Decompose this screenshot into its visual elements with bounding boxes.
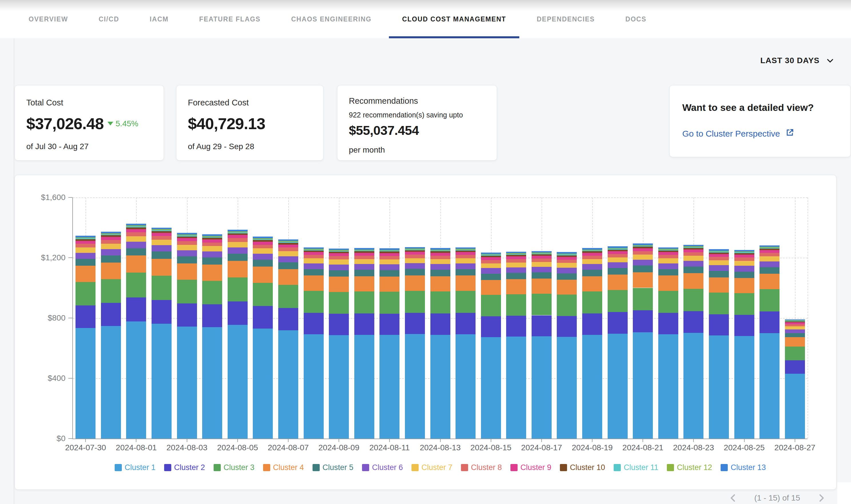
bar-segment-cluster-13[interactable] xyxy=(785,320,805,320)
bar-segment-cluster-3[interactable] xyxy=(608,290,628,312)
bar-segment-cluster-5[interactable] xyxy=(354,270,374,276)
bar-segment-cluster-8[interactable] xyxy=(608,254,628,257)
bar-segment-cluster-12[interactable] xyxy=(278,241,298,242)
bar-segment-cluster-3[interactable] xyxy=(177,280,197,303)
bar-segment-cluster-3[interactable] xyxy=(633,288,653,310)
bar-segment-cluster-11[interactable] xyxy=(734,252,754,253)
bar-segment-cluster-12[interactable] xyxy=(557,254,577,255)
bar-segment-cluster-6[interactable] xyxy=(532,267,552,273)
bar-segment-cluster-2[interactable] xyxy=(734,315,754,336)
legend-item-cluster-4[interactable]: Cluster 4 xyxy=(263,463,304,472)
bar-segment-cluster-6[interactable] xyxy=(430,264,450,270)
bar-segment-cluster-3[interactable] xyxy=(760,289,780,311)
bar-segment-cluster-3[interactable] xyxy=(734,293,754,315)
bar-segment-cluster-10[interactable] xyxy=(75,239,95,241)
bar-segment-cluster-5[interactable] xyxy=(278,262,298,269)
bar-segment-cluster-9[interactable] xyxy=(75,241,95,244)
bar-segment-cluster-2[interactable] xyxy=(380,314,399,335)
bar-segment-cluster-13[interactable] xyxy=(329,249,349,250)
bar-segment-cluster-2[interactable] xyxy=(101,303,121,326)
bar-segment-cluster-4[interactable] xyxy=(380,276,399,292)
bar-segment-cluster-3[interactable] xyxy=(354,291,374,313)
bar-segment-cluster-1[interactable] xyxy=(608,334,628,438)
bar-segment-cluster-9[interactable] xyxy=(532,256,552,258)
bar-segment-cluster-5[interactable] xyxy=(785,333,805,337)
bar-segment-cluster-7[interactable] xyxy=(152,240,172,245)
bar-segment-cluster-2[interactable] xyxy=(278,308,298,330)
bar-segment-cluster-1[interactable] xyxy=(329,335,349,438)
bar-segment-cluster-10[interactable] xyxy=(506,255,526,256)
bar-segment-cluster-11[interactable] xyxy=(532,253,552,254)
bar-segment-cluster-4[interactable] xyxy=(126,255,146,273)
bar-segment-cluster-1[interactable] xyxy=(152,324,172,438)
bar-segment-cluster-9[interactable] xyxy=(380,253,399,256)
bar-segment-cluster-4[interactable] xyxy=(455,275,475,291)
bar-segment-cluster-2[interactable] xyxy=(126,298,146,321)
bar-segment-cluster-6[interactable] xyxy=(101,249,121,255)
bar-segment-cluster-12[interactable] xyxy=(354,250,374,251)
legend-item-cluster-10[interactable]: Cluster 10 xyxy=(560,463,605,472)
bar-segment-cluster-4[interactable] xyxy=(152,259,172,276)
bar-segment-cluster-8[interactable] xyxy=(532,258,552,262)
bar-segment-cluster-7[interactable] xyxy=(734,261,754,266)
bar-segment-cluster-6[interactable] xyxy=(329,265,349,270)
tab-overview[interactable]: OVERVIEW xyxy=(29,0,68,38)
bar-segment-cluster-8[interactable] xyxy=(354,256,374,259)
bar-segment-cluster-10[interactable] xyxy=(455,251,475,252)
bar-segment-cluster-11[interactable] xyxy=(658,250,678,251)
bar-segment-cluster-9[interactable] xyxy=(582,253,602,256)
bar-segment-cluster-2[interactable] xyxy=(506,316,526,337)
bar-segment-cluster-11[interactable] xyxy=(430,250,450,251)
bar-segment-cluster-12[interactable] xyxy=(329,250,349,251)
bar-segment-cluster-12[interactable] xyxy=(228,231,248,232)
bar-segment-cluster-13[interactable] xyxy=(734,250,754,251)
bar-segment-cluster-9[interactable] xyxy=(253,242,273,245)
bar-segment-cluster-3[interactable] xyxy=(202,281,222,304)
bar-segment-cluster-7[interactable] xyxy=(709,260,729,265)
bar-segment-cluster-11[interactable] xyxy=(608,249,628,249)
bar-segment-cluster-9[interactable] xyxy=(506,256,526,259)
bar-segment-cluster-9[interactable] xyxy=(785,322,805,324)
bar-segment-cluster-6[interactable] xyxy=(506,267,526,273)
bar-segment-cluster-8[interactable] xyxy=(126,232,146,236)
bar-segment-cluster-10[interactable] xyxy=(177,237,197,238)
bar-segment-cluster-13[interactable] xyxy=(75,236,95,237)
bar-segment-cluster-8[interactable] xyxy=(582,256,602,259)
bar-segment-cluster-10[interactable] xyxy=(126,228,146,229)
bar-segment-cluster-5[interactable] xyxy=(734,272,754,278)
bar-segment-cluster-6[interactable] xyxy=(152,245,172,251)
bar-segment-cluster-7[interactable] xyxy=(557,263,577,268)
bar-segment-cluster-6[interactable] xyxy=(709,265,729,271)
bar-segment-cluster-8[interactable] xyxy=(228,238,248,242)
bar-segment-cluster-1[interactable] xyxy=(304,334,324,438)
legend-item-cluster-13[interactable]: Cluster 13 xyxy=(720,463,766,472)
bar-segment-cluster-3[interactable] xyxy=(253,283,273,306)
bar-segment-cluster-10[interactable] xyxy=(354,251,374,253)
legend-item-cluster-6[interactable]: Cluster 6 xyxy=(362,463,403,472)
bar-segment-cluster-7[interactable] xyxy=(608,257,628,262)
bar-segment-cluster-4[interactable] xyxy=(683,273,704,289)
bar-segment-cluster-13[interactable] xyxy=(202,234,222,236)
legend-item-cluster-5[interactable]: Cluster 5 xyxy=(313,463,353,472)
bar-segment-cluster-4[interactable] xyxy=(709,277,729,292)
bar-segment-cluster-12[interactable] xyxy=(532,253,552,253)
bar-segment-cluster-2[interactable] xyxy=(608,312,628,334)
bar-segment-cluster-3[interactable] xyxy=(329,292,349,314)
bar-segment-cluster-2[interactable] xyxy=(202,304,222,327)
bar-segment-cluster-13[interactable] xyxy=(354,248,374,249)
bar-segment-cluster-5[interactable] xyxy=(228,254,248,261)
legend-item-cluster-12[interactable]: Cluster 12 xyxy=(667,463,712,472)
bar-segment-cluster-13[interactable] xyxy=(760,246,780,247)
bar-segment-cluster-11[interactable] xyxy=(202,237,222,238)
bar-segment-cluster-4[interactable] xyxy=(760,274,780,289)
bar-segment-cluster-11[interactable] xyxy=(405,249,425,250)
bar-segment-cluster-6[interactable] xyxy=(658,264,678,269)
bar-segment-cluster-13[interactable] xyxy=(101,232,121,233)
bar-segment-cluster-3[interactable] xyxy=(557,294,577,316)
tab-iacm[interactable]: IACM xyxy=(150,0,169,38)
bar-segment-cluster-4[interactable] xyxy=(202,265,222,281)
bar-segment-cluster-10[interactable] xyxy=(228,233,248,235)
bar-segment-cluster-3[interactable] xyxy=(709,292,729,314)
bar-segment-cluster-13[interactable] xyxy=(228,230,248,231)
bar-segment-cluster-2[interactable] xyxy=(253,306,273,328)
